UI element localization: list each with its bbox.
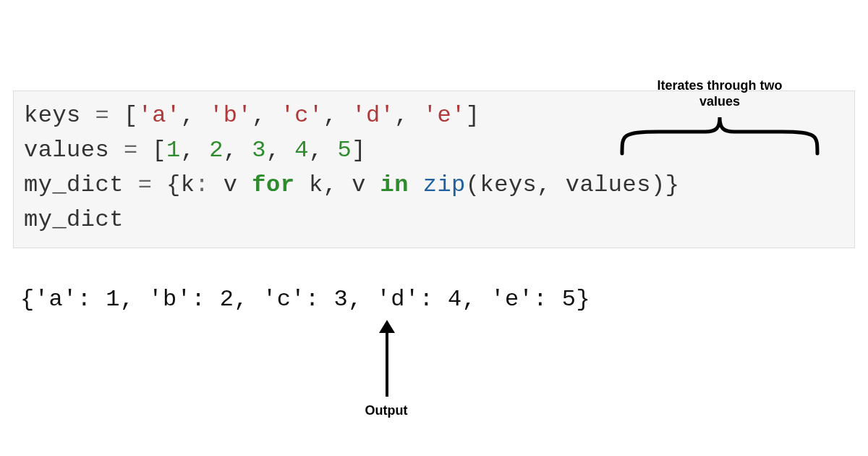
brace-icon: [615, 110, 825, 161]
num-2: 2: [209, 137, 224, 164]
bracket-open: [: [124, 102, 138, 129]
k-var: k: [181, 172, 195, 198]
str-e: 'e': [423, 102, 466, 129]
assign-op: =: [81, 102, 124, 129]
comma: ,: [181, 137, 209, 164]
arg-values: values: [566, 172, 651, 198]
k-var: k: [309, 172, 323, 198]
var-values: values: [24, 137, 109, 164]
comma: ,: [224, 137, 252, 164]
annotation-output: Output: [357, 403, 415, 419]
output-text: {'a': 1, 'b': 2, 'c': 3, 'd': 4, 'e': 5}: [20, 282, 590, 317]
bracket-open: [: [152, 137, 166, 164]
space: [294, 172, 309, 198]
code-line-4: my_dict: [24, 203, 844, 237]
str-a: 'a': [138, 102, 181, 129]
space: [409, 172, 423, 198]
num-4: 4: [294, 137, 309, 164]
bracket-close: ]: [352, 137, 366, 164]
annotation-iterates: Iterates through two values: [647, 78, 792, 109]
arg-keys: keys: [480, 172, 537, 198]
comma: ,: [252, 102, 280, 129]
comma: ,: [394, 102, 422, 129]
assign-op: =: [124, 172, 166, 198]
svg-marker-1: [379, 320, 395, 333]
paren-open: (: [466, 172, 480, 198]
str-b: 'b': [209, 102, 252, 129]
comma: ,: [309, 137, 337, 164]
var-mydict: my_dict: [24, 172, 124, 198]
bracket-close: ]: [466, 102, 480, 129]
v-var: v: [224, 172, 238, 198]
comma: ,: [266, 137, 294, 164]
var-mydict: my_dict: [24, 206, 124, 233]
comma: ,: [323, 102, 352, 129]
assign-op: =: [109, 137, 152, 164]
for-keyword: for: [252, 172, 294, 198]
comma: ,: [181, 102, 209, 129]
comma: ,: [537, 172, 565, 198]
colon: :: [195, 172, 223, 198]
var-keys: keys: [24, 102, 81, 129]
space: [366, 172, 380, 198]
in-keyword: in: [380, 172, 409, 198]
v-var: v: [352, 172, 366, 198]
num-5: 5: [337, 137, 352, 164]
brace-open: {: [166, 172, 181, 198]
paren-close: ): [651, 172, 665, 198]
code-line-3: my_dict = {k: v for k, v in zip(keys, va…: [24, 168, 844, 203]
space: [238, 172, 252, 198]
str-d: 'd': [352, 102, 394, 129]
brace-close: }: [665, 172, 680, 198]
num-1: 1: [166, 137, 181, 164]
num-3: 3: [252, 137, 266, 164]
arrow-up-icon: [369, 318, 405, 400]
zip-fn: zip: [423, 172, 466, 198]
str-c: 'c': [281, 102, 323, 129]
comma: ,: [323, 172, 352, 198]
